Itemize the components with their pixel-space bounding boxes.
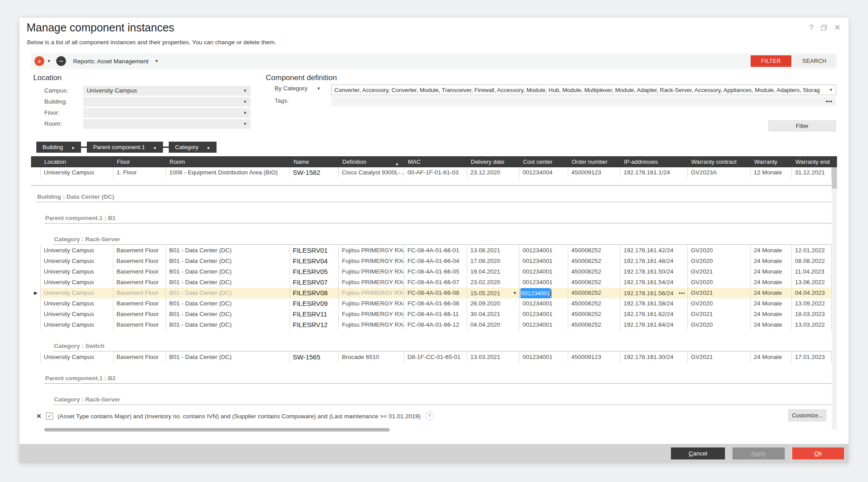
help-icon[interactable]: ? bbox=[809, 23, 813, 32]
column-header-label: Order number bbox=[572, 158, 608, 165]
table-row[interactable]: University CampusBasement FloorB01 - Dat… bbox=[31, 320, 832, 330]
field-label: Campus: bbox=[44, 87, 83, 94]
table-cell: Brocade 6510 bbox=[339, 352, 404, 362]
column-header-definition[interactable]: Definition▲ bbox=[339, 158, 404, 165]
table-cell: 001234001 bbox=[519, 266, 568, 277]
table-cell: FILESRV12 bbox=[290, 320, 339, 330]
table-cell: 31.12.2021 bbox=[792, 167, 832, 178]
by-category-dropdown[interactable]: By Category ▼ bbox=[275, 85, 327, 92]
column-header-mac[interactable]: MAC bbox=[404, 158, 467, 165]
table-row[interactable]: University CampusBasement FloorB01 - Dat… bbox=[31, 266, 832, 277]
location-combobox[interactable]: ▼ bbox=[83, 97, 251, 107]
group-rows: University CampusBasement FloorB01 - Dat… bbox=[31, 352, 837, 362]
table-cell: 13.09.2022 bbox=[792, 298, 832, 309]
table-cell: 001234001 bbox=[519, 288, 568, 298]
table-cell: FILESRV08 bbox=[290, 288, 339, 298]
table-cell: 24 Monate bbox=[751, 277, 792, 288]
table-cell: GV2021 bbox=[688, 266, 751, 277]
grouping-chip-building[interactable]: Building▲ bbox=[36, 142, 81, 153]
column-header-label: IP-addresses bbox=[624, 158, 658, 165]
column-header-location[interactable]: Location bbox=[41, 158, 113, 165]
column-header-delivery-date[interactable]: Delivery date bbox=[467, 158, 519, 165]
apply-button[interactable]: Apply bbox=[732, 447, 785, 459]
sort-ascending-icon: ▲ bbox=[206, 145, 210, 150]
location-combobox[interactable]: ▼ bbox=[83, 119, 251, 129]
table-row[interactable]: University CampusBasement FloorB01 - Dat… bbox=[31, 298, 832, 309]
vertical-scrollbar[interactable] bbox=[832, 167, 837, 429]
chevron-down-icon[interactable]: ▼ bbox=[829, 88, 833, 92]
close-icon[interactable]: ✕ bbox=[834, 23, 841, 32]
search-button[interactable]: SEARCH bbox=[794, 55, 835, 67]
location-combobox[interactable]: University Campus▼ bbox=[83, 86, 251, 96]
table-row[interactable]: University CampusBasement FloorB01 - Dat… bbox=[31, 352, 832, 362]
location-combobox[interactable]: ▼ bbox=[83, 108, 251, 118]
group-header-label: Category : Rack-Server bbox=[54, 396, 120, 403]
remove-filter-icon[interactable]: ✕ bbox=[36, 413, 42, 420]
ok-button[interactable]: Ok bbox=[792, 447, 844, 459]
group-header-label: Category : Rack-Server bbox=[54, 236, 120, 243]
column-header-cost-center[interactable]: Cost center bbox=[519, 158, 568, 165]
chevron-down-icon[interactable]: ▼ bbox=[513, 288, 517, 298]
row-marker-cell bbox=[31, 309, 41, 320]
table-cell: 192.178.161.56/24••• bbox=[620, 288, 688, 298]
filter-toggle-button[interactable]: FILTER bbox=[751, 55, 791, 67]
remove-icon[interactable]: − bbox=[56, 56, 66, 66]
group-header-level-3: Category : Rack-Server bbox=[53, 235, 837, 245]
row-marker-cell bbox=[31, 266, 41, 277]
grouping-chip-label: Building bbox=[43, 144, 63, 150]
cost-center-edit-field[interactable]: 001234001 bbox=[520, 289, 552, 298]
combobox-value: University Campus bbox=[87, 87, 137, 94]
grouping-chip-label: Parent component.1 bbox=[93, 144, 145, 150]
restore-window-icon[interactable] bbox=[821, 25, 827, 31]
table-cell: 450008252 bbox=[568, 320, 620, 330]
column-header-warranty[interactable]: Warranty bbox=[751, 158, 792, 165]
column-header-label: Room bbox=[170, 158, 185, 165]
apply-filter-button[interactable]: Filter bbox=[768, 120, 836, 131]
vertical-scrollbar-thumb[interactable] bbox=[832, 167, 837, 189]
column-header-warranty-end[interactable]: Warranty end bbox=[792, 158, 832, 165]
chevron-down-icon: ▼ bbox=[317, 86, 321, 91]
column-header-room[interactable]: Room bbox=[166, 158, 290, 165]
row-marker-cell bbox=[31, 298, 41, 309]
column-header-warranty-contract[interactable]: Warranty contract bbox=[688, 158, 751, 165]
field-label: Floor: bbox=[44, 109, 83, 116]
group-header-label: Category : Switch bbox=[54, 343, 105, 349]
location-section-heading: Location bbox=[33, 73, 62, 82]
tags-input[interactable]: ••• bbox=[331, 96, 836, 106]
customize-button[interactable]: Customize... bbox=[788, 409, 826, 421]
table-cell: Basement Floor bbox=[113, 245, 166, 256]
table-row[interactable]: University Campus1. Floor1006 - Equipmen… bbox=[31, 167, 832, 178]
reports-dropdown[interactable]: Reports: Asset Management ▼ bbox=[73, 58, 159, 65]
ellipsis-icon[interactable]: ••• bbox=[825, 98, 833, 104]
table-cell: B01 - Data Center (DC) bbox=[166, 245, 290, 256]
table-cell: GV2023A bbox=[688, 167, 751, 178]
column-header-name[interactable]: Name bbox=[290, 158, 339, 165]
add-icon[interactable]: + bbox=[35, 56, 44, 66]
group-header-level-3: Category : Rack-Server bbox=[53, 395, 837, 405]
ellipsis-icon[interactable]: ••• bbox=[678, 288, 685, 298]
grouping-chip-parent-component-1[interactable]: Parent component.1▲ bbox=[87, 142, 163, 153]
column-header-label: Warranty end bbox=[795, 158, 830, 165]
grouping-chip-category[interactable]: Category▲ bbox=[169, 142, 217, 153]
categories-input[interactable]: Converter, Accessory, Converter, Module,… bbox=[331, 85, 836, 95]
table-row[interactable]: University CampusBasement FloorB01 - Dat… bbox=[31, 256, 832, 266]
table-row[interactable]: University CampusBasement FloorB01 - Dat… bbox=[31, 309, 832, 320]
page-subtitle: Below is a list of all component instanc… bbox=[27, 39, 276, 46]
cancel-button[interactable]: Cancel bbox=[671, 447, 725, 459]
filter-active-checkbox[interactable]: ✓ bbox=[46, 413, 53, 420]
group-header-label: Parent component.1 : B2 bbox=[45, 375, 116, 382]
horizontal-scrollbar[interactable] bbox=[44, 428, 390, 432]
column-header-floor[interactable]: Floor bbox=[113, 158, 166, 165]
column-header-label: Warranty bbox=[754, 158, 777, 165]
table-cell: FC-08-4A-01-66-08 bbox=[404, 298, 467, 309]
table-row[interactable]: University CampusBasement FloorB01 - Dat… bbox=[31, 245, 832, 256]
add-dropdown-caret-icon[interactable]: ▼ bbox=[47, 59, 51, 63]
table-cell: University Campus bbox=[41, 256, 113, 266]
table-cell: Basement Floor bbox=[113, 256, 166, 266]
table-cell: B01 - Data Center (DC) bbox=[166, 352, 290, 362]
column-header-order-number[interactable]: Order number bbox=[568, 158, 620, 165]
funnel-icon[interactable] bbox=[425, 412, 434, 420]
column-header-ip-addresses[interactable]: IP-addresses bbox=[620, 158, 688, 165]
table-row[interactable]: ▶University CampusBasement FloorB01 - Da… bbox=[31, 288, 832, 298]
table-row[interactable]: University CampusBasement FloorB01 - Dat… bbox=[31, 277, 832, 288]
